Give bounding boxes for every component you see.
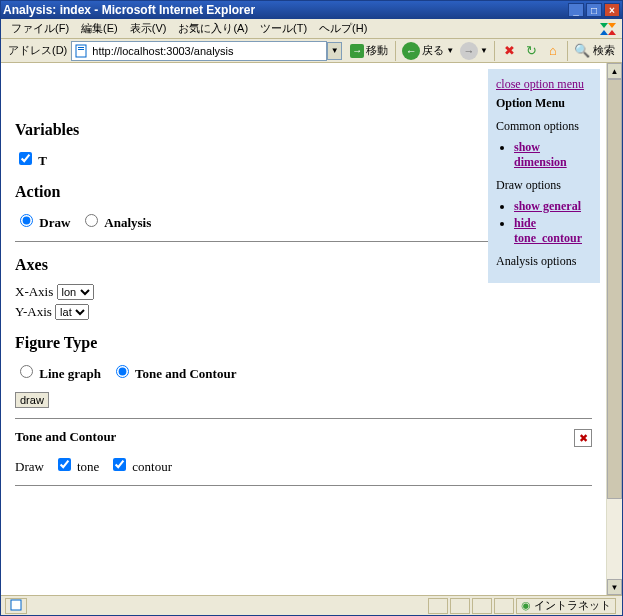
status-pane-blank4 [494, 598, 514, 614]
back-arrow-icon: ← [402, 42, 420, 60]
svg-rect-0 [76, 45, 86, 57]
search-label: 検索 [593, 43, 619, 58]
url-dropdown-button[interactable]: ▼ [327, 42, 342, 60]
content-area: Variables T Action Draw Analysis Axes X-… [1, 63, 622, 595]
action-draw-radio[interactable] [20, 214, 33, 227]
title-bar: Analysis: index - Microsoft Internet Exp… [1, 1, 622, 19]
url-field-wrap [71, 41, 327, 61]
address-bar: アドレス(D) ▼ → 移動 ← 戻る ▼ → ▼ ✖ ↻ ⌂ 🔍 検索 [1, 39, 622, 63]
status-pane-blank2 [450, 598, 470, 614]
tc-tone-label: tone [77, 459, 99, 474]
menu-bar: ファイル(F) 編集(E) 表示(V) お気に入り(A) ツール(T) ヘルプ(… [1, 19, 622, 39]
tc-tone-checkbox[interactable] [58, 458, 71, 471]
variable-t-checkbox[interactable] [19, 152, 32, 165]
variable-t-label: T [38, 153, 47, 168]
menu-edit[interactable]: 編集(E) [75, 19, 124, 38]
draw-button[interactable]: draw [15, 392, 49, 408]
tone-contour-heading: Tone and Contour [15, 429, 592, 445]
home-icon: ⌂ [549, 43, 557, 58]
fig-tone-radio[interactable] [116, 365, 129, 378]
url-input[interactable] [90, 44, 324, 58]
fig-line-label: Line graph [39, 366, 101, 381]
maximize-button[interactable]: □ [586, 3, 602, 17]
stop-button[interactable]: ✖ [500, 42, 518, 60]
back-label: 戻る [422, 43, 444, 58]
svg-rect-1 [78, 47, 84, 48]
menu-file[interactable]: ファイル(F) [5, 19, 75, 38]
common-options-label: Common options [496, 119, 592, 134]
forward-arrow-icon: → [460, 42, 478, 60]
home-button[interactable]: ⌂ [544, 42, 562, 60]
svg-rect-2 [78, 49, 84, 50]
window-title: Analysis: index - Microsoft Internet Exp… [3, 3, 255, 17]
go-arrow-icon: → [350, 44, 364, 58]
tc-draw-label: Draw [15, 459, 44, 474]
minimize-button[interactable]: _ [568, 3, 584, 17]
scroll-up-button[interactable]: ▲ [607, 63, 622, 79]
forward-dropdown-icon: ▼ [480, 46, 488, 55]
status-pane-blank3 [472, 598, 492, 614]
forward-button[interactable]: → ▼ [457, 41, 491, 61]
show-general-link[interactable]: show general [514, 199, 581, 213]
action-analysis-radio[interactable] [85, 214, 98, 227]
yaxis-label: Y-Axis [15, 304, 52, 319]
back-button[interactable]: ← 戻る ▼ [399, 41, 457, 61]
page-icon [10, 599, 22, 613]
status-pane-left [5, 598, 27, 614]
close-option-menu-link[interactable]: close option menu [496, 77, 584, 91]
go-button[interactable]: → 移動 [346, 41, 392, 61]
menu-favorites[interactable]: お気に入り(A) [172, 19, 254, 38]
status-bar: ◉ イントラネット [1, 595, 622, 615]
go-label: 移動 [366, 43, 388, 58]
refresh-icon: ↻ [526, 43, 537, 58]
stop-icon: ✖ [504, 43, 515, 58]
scroll-thumb[interactable] [607, 79, 622, 499]
action-draw-label: Draw [39, 215, 70, 230]
hide-tone-contour-link[interactable]: hide tone_contour [514, 216, 582, 245]
vertical-scrollbar[interactable]: ▲ ▼ [606, 63, 622, 595]
address-label: アドレス(D) [4, 43, 71, 58]
menu-view[interactable]: 表示(V) [124, 19, 173, 38]
page-icon [74, 44, 88, 58]
xaxis-label: X-Axis [15, 284, 53, 299]
action-analysis-label: Analysis [104, 215, 151, 230]
analysis-options-label: Analysis options [496, 254, 592, 269]
svg-rect-3 [11, 600, 21, 610]
back-dropdown-icon: ▼ [446, 46, 454, 55]
status-pane-blank1 [428, 598, 448, 614]
menu-tools[interactable]: ツール(T) [254, 19, 313, 38]
xaxis-select[interactable]: lon [57, 284, 94, 300]
divider [15, 418, 592, 419]
menu-help[interactable]: ヘルプ(H) [313, 19, 373, 38]
close-button[interactable]: × [604, 3, 620, 17]
fig-tone-label: Tone and Contour [135, 366, 236, 381]
broken-image-icon: ✖ [574, 429, 592, 447]
search-icon: 🔍 [574, 43, 590, 58]
option-menu-panel: close option menu Option Menu Common opt… [488, 69, 600, 283]
tc-contour-checkbox[interactable] [113, 458, 126, 471]
status-zone-label: イントラネット [534, 598, 611, 613]
yaxis-select[interactable]: lat [55, 304, 89, 320]
fig-line-radio[interactable] [20, 365, 33, 378]
tc-contour-label: contour [132, 459, 172, 474]
scroll-down-button[interactable]: ▼ [607, 579, 622, 595]
intranet-icon: ◉ [521, 599, 531, 612]
status-zone: ◉ イントラネット [516, 598, 616, 614]
search-button[interactable]: 🔍 [573, 42, 591, 60]
app-window: Analysis: index - Microsoft Internet Exp… [0, 0, 623, 616]
divider [15, 485, 592, 486]
figure-type-heading: Figure Type [15, 334, 592, 352]
refresh-button[interactable]: ↻ [522, 42, 540, 60]
option-menu-heading: Option Menu [496, 96, 592, 111]
ie-logo-icon [598, 21, 618, 37]
show-dimension-link[interactable]: show dimension [514, 140, 567, 169]
draw-options-label: Draw options [496, 178, 592, 193]
